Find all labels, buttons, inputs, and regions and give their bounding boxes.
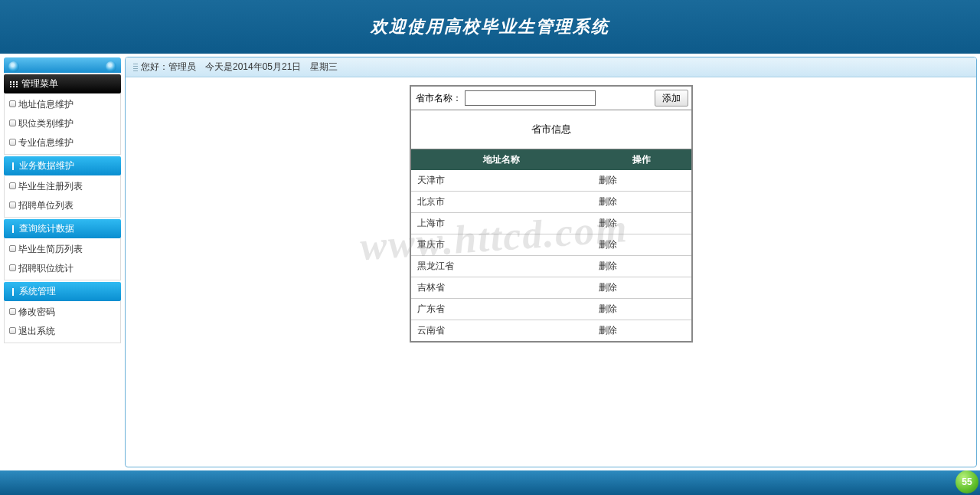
cell-name: 广东省 — [411, 299, 593, 320]
sidebar-group-label: 业务数据维护 — [19, 159, 74, 172]
main-panel: 您好： 管理员 今天是 2014年05月21日 星期三 省市名称： 添加 省市信… — [125, 57, 977, 467]
topbar: 您好： 管理员 今天是 2014年05月21日 星期三 — [126, 57, 976, 77]
grid-icon — [10, 81, 18, 87]
sidebar-item-job-stats[interactable]: 招聘职位统计 — [5, 259, 120, 278]
add-button[interactable]: 添加 — [655, 90, 688, 107]
cell-name: 天津市 — [411, 170, 593, 192]
sidebar-item-position-maint[interactable]: 职位类别维护 — [5, 114, 120, 133]
province-panel: 省市名称： 添加 省市信息 地址名称 操作 天津市删除北京市删除上海市删除重庆市… — [410, 85, 693, 343]
table-row: 黑龙江省删除 — [411, 256, 691, 277]
col-op: 操作 — [593, 149, 691, 170]
add-form: 省市名称： 添加 — [411, 87, 691, 110]
sidebar-item-logout[interactable]: 退出系统 — [5, 322, 120, 341]
content-area: 省市名称： 添加 省市信息 地址名称 操作 天津市删除北京市删除上海市删除重庆市… — [126, 77, 976, 343]
delete-link[interactable]: 删除 — [593, 192, 691, 213]
table-row: 云南省删除 — [411, 320, 691, 342]
footer-bar — [0, 470, 980, 495]
table-row: 吉林省删除 — [411, 277, 691, 299]
bar-icon — [12, 288, 14, 296]
cell-name: 云南省 — [411, 320, 593, 342]
greeting-label: 您好： — [141, 61, 168, 74]
app-title: 欢迎使用高校毕业生管理系统 — [371, 17, 609, 36]
sidebar-group-label: 系统管理 — [19, 285, 56, 298]
sidebar-item-employer-list[interactable]: 招聘单位列表 — [5, 196, 120, 215]
sidebar-group-1-items: 毕业生注册列表 招聘单位列表 — [4, 175, 121, 218]
bar-icon — [12, 162, 14, 170]
sidebar-group-3-items: 修改密码 退出系统 — [4, 301, 121, 343]
date-prefix: 今天是 — [205, 61, 233, 74]
sidebar-root: 管理菜单 — [4, 74, 121, 93]
sidebar-group-business[interactable]: 业务数据维护 — [4, 156, 121, 175]
sidebar-decoration — [4, 57, 121, 73]
cell-name: 上海市 — [411, 213, 593, 234]
province-name-input[interactable] — [465, 90, 596, 106]
sidebar-item-major-maint[interactable]: 专业信息维护 — [5, 133, 120, 152]
delete-link[interactable]: 删除 — [593, 234, 691, 256]
delete-link[interactable]: 删除 — [593, 256, 691, 277]
sidebar-root-label: 管理菜单 — [21, 77, 58, 90]
delete-link[interactable]: 删除 — [593, 170, 691, 192]
province-table: 地址名称 操作 天津市删除北京市删除上海市删除重庆市删除黑龙江省删除吉林省删除广… — [411, 149, 691, 341]
sidebar-group-2-items: 毕业生简历列表 招聘职位统计 — [4, 238, 121, 280]
table-row: 广东省删除 — [411, 299, 691, 320]
bar-icon — [12, 225, 14, 233]
province-name-label: 省市名称： — [416, 92, 462, 105]
cell-name: 北京市 — [411, 192, 593, 213]
app-header: 欢迎使用高校毕业生管理系统 — [0, 0, 980, 54]
sidebar-group-label: 查询统计数据 — [19, 222, 74, 235]
date-value: 2014年05月21日 — [233, 61, 301, 74]
cell-name: 吉林省 — [411, 277, 593, 299]
delete-link[interactable]: 删除 — [593, 277, 691, 299]
cell-name: 重庆市 — [411, 234, 593, 256]
role-label: 管理员 — [168, 61, 196, 74]
sidebar-group-0: 地址信息维护 职位类别维护 专业信息维护 — [4, 93, 121, 155]
table-row: 重庆市删除 — [411, 234, 691, 256]
sidebar-item-change-password[interactable]: 修改密码 — [5, 303, 120, 322]
table-row: 上海市删除 — [411, 213, 691, 234]
delete-link[interactable]: 删除 — [593, 213, 691, 234]
col-name: 地址名称 — [411, 149, 593, 170]
weekday-value: 星期三 — [310, 61, 338, 74]
sidebar-item-graduate-register[interactable]: 毕业生注册列表 — [5, 177, 120, 196]
sidebar-item-resume-list[interactable]: 毕业生简历列表 — [5, 240, 120, 259]
corner-badge: 55 — [956, 470, 978, 493]
sidebar-item-address-maint[interactable]: 地址信息维护 — [5, 95, 120, 114]
table-row: 天津市删除 — [411, 170, 691, 192]
sidebar-group-system[interactable]: 系统管理 — [4, 282, 121, 301]
sidebar-group-query[interactable]: 查询统计数据 — [4, 219, 121, 238]
lines-icon — [133, 64, 138, 71]
cell-name: 黑龙江省 — [411, 256, 593, 277]
sidebar: 管理菜单 地址信息维护 职位类别维护 专业信息维护 业务数据维护 毕业生注册列表… — [0, 54, 125, 470]
panel-title: 省市信息 — [411, 110, 691, 149]
delete-link[interactable]: 删除 — [593, 299, 691, 320]
delete-link[interactable]: 删除 — [593, 320, 691, 342]
table-row: 北京市删除 — [411, 192, 691, 213]
